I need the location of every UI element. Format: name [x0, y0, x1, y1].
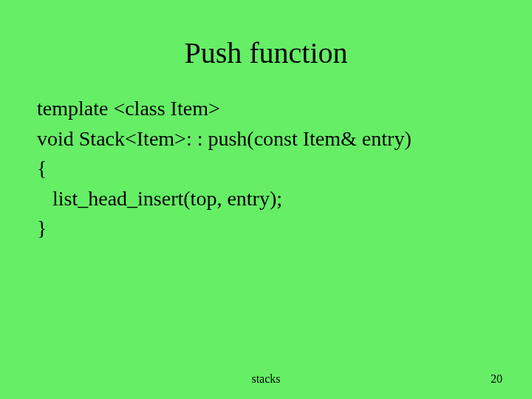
- code-line-1: template <class Item>: [37, 94, 495, 124]
- footer-label: stacks: [0, 372, 532, 386]
- slide-title: Push function: [0, 0, 532, 94]
- code-line-2: void Stack<Item>: : push(const Item& ent…: [37, 124, 495, 154]
- page-number: 20: [491, 372, 502, 386]
- code-line-5: }: [37, 214, 495, 244]
- slide-body: template <class Item> void Stack<Item>: …: [0, 94, 532, 244]
- code-line-3: {: [37, 154, 495, 184]
- code-line-4: list_head_insert(top, entry);: [37, 184, 495, 214]
